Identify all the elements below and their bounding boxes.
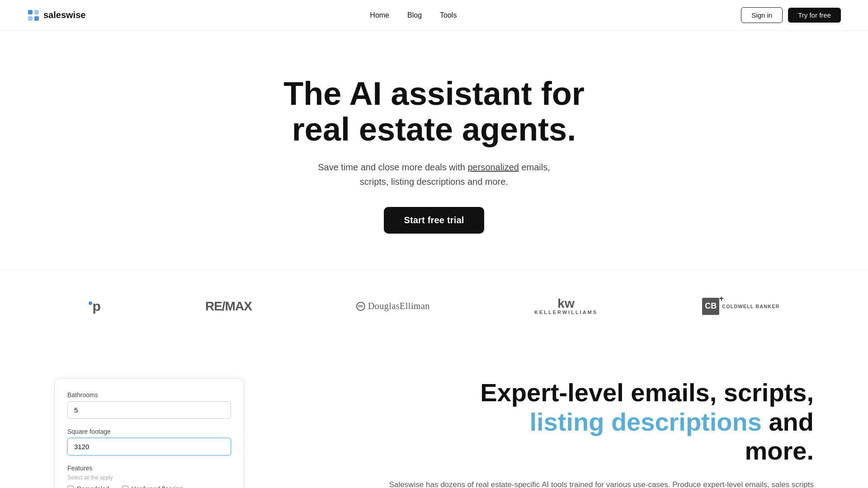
nav-home[interactable]: Home	[370, 11, 389, 19]
bathrooms-input[interactable]	[67, 401, 231, 419]
exp-dot	[89, 301, 92, 305]
svg-rect-2	[28, 16, 33, 21]
logos-section: p RE/MAX DE DouglasElliman kw KELLERWILL…	[0, 270, 868, 342]
feature-body: Saleswise has dozens of real estate-spec…	[289, 479, 814, 488]
checkbox-hardwood[interactable]: Hardwood flooring	[122, 485, 183, 488]
logo-exp: p	[89, 299, 101, 314]
logo-text: saleswise	[43, 10, 85, 20]
sqft-label: Square footage	[67, 428, 231, 435]
logo-icon	[27, 9, 40, 22]
logo-douglas-elliman: DE DouglasElliman	[356, 301, 430, 311]
nav-actions: Sign in Try for free	[741, 7, 841, 23]
svg-rect-0	[28, 10, 33, 14]
start-trial-button[interactable]: Start free trial	[384, 207, 484, 234]
hero-subtitle: Save time and close more deals with pers…	[316, 160, 552, 189]
svg-rect-1	[34, 10, 39, 14]
bathrooms-field-group: Bathrooms	[67, 391, 231, 419]
features-field-group: Features Select all the apply Remodeled …	[67, 465, 231, 488]
nav-links: Home Blog Tools	[370, 11, 457, 19]
logo-keller-williams: kw KELLERWILLIAMS	[534, 297, 598, 315]
signin-button[interactable]: Sign in	[741, 7, 783, 23]
nav-tools[interactable]: Tools	[440, 11, 457, 19]
feature-heading: Expert-level emails, scripts, listing de…	[289, 378, 814, 465]
features-label: Features	[67, 465, 231, 472]
feature-text: Expert-level emails, scripts, listing de…	[289, 378, 814, 488]
logo-coldwell-banker: CB + COLDWELL BANKER	[702, 298, 779, 315]
navbar: saleswise Home Blog Tools Sign in Try fo…	[0, 0, 868, 31]
checkbox-hardwood-label: Hardwood flooring	[132, 485, 183, 488]
features-checkboxes: Remodeled Hardwood flooring	[67, 485, 231, 488]
checkbox-remodeled-label: Remodeled	[77, 485, 109, 488]
checkbox-remodeled[interactable]: Remodeled	[67, 485, 109, 488]
sqft-field-group: Square footage	[67, 428, 231, 455]
hero-title: The AI assistant for real estate agents.	[283, 76, 584, 147]
nav-blog[interactable]: Blog	[407, 11, 422, 19]
logo[interactable]: saleswise	[27, 9, 85, 22]
sqft-input[interactable]	[67, 438, 231, 455]
feature-section: Bathrooms Square footage Features Select…	[0, 342, 868, 488]
try-free-button[interactable]: Try for free	[788, 8, 841, 23]
checkbox-remodeled-input[interactable]	[67, 486, 74, 488]
logo-remax: RE/MAX	[205, 299, 252, 314]
checkbox-hardwood-input[interactable]	[122, 486, 128, 488]
svg-rect-3	[34, 16, 39, 21]
feature-form-card: Bathrooms Square footage Features Select…	[54, 378, 244, 488]
bathrooms-label: Bathrooms	[67, 391, 231, 399]
hero-section: The AI assistant for real estate agents.…	[0, 31, 868, 270]
features-hint: Select all the apply	[67, 474, 231, 481]
